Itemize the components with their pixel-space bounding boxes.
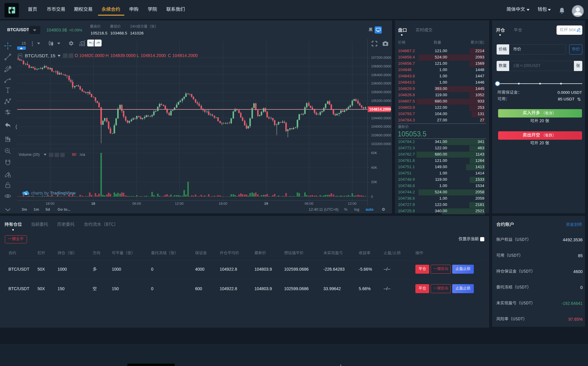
svg-text:06:00: 06:00	[132, 202, 141, 205]
svg-text:18: 18	[91, 202, 95, 205]
svg-text:18:00: 18:00	[46, 202, 55, 205]
svg-text:19: 19	[264, 202, 268, 205]
svg-text:106000.0000: 106000.0000	[371, 82, 391, 85]
svg-text:18:00: 18:00	[219, 202, 227, 205]
svg-text:106800.0000: 106800.0000	[371, 64, 391, 68]
svg-text:105200.0000: 105200.0000	[371, 99, 391, 103]
svg-text:12:00: 12:00	[348, 202, 357, 205]
svg-text:103600.0000: 103600.0000	[371, 133, 391, 137]
svg-text:107200.0000: 107200.0000	[371, 56, 391, 59]
svg-text:40K: 40K	[371, 166, 377, 169]
svg-text:106400.0000: 106400.0000	[371, 73, 391, 77]
svg-text:0: 0	[371, 195, 373, 198]
svg-text:60K: 60K	[371, 151, 377, 155]
svg-text:103200.0000: 103200.0000	[371, 142, 391, 146]
svg-text:104400.0000: 104400.0000	[371, 116, 391, 120]
svg-text:12:00: 12:00	[175, 202, 184, 205]
svg-text:20K: 20K	[371, 180, 377, 184]
svg-text:06:00: 06:00	[305, 202, 313, 205]
svg-text:105600.0000: 105600.0000	[371, 90, 391, 94]
svg-text:104814.2000: 104814.2000	[369, 107, 391, 112]
svg-text:104000.0000: 104000.0000	[371, 125, 391, 128]
